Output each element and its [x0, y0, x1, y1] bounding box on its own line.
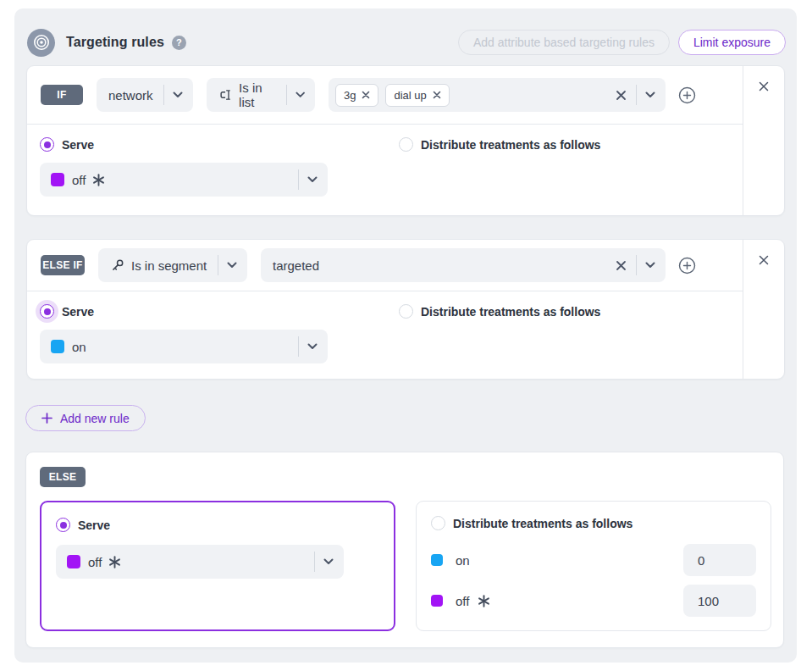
segment-key-icon: [110, 258, 125, 273]
rule2-condition-row: ELSE IF Is in segment targeted: [27, 240, 743, 291]
clear-segment-icon[interactable]: [616, 260, 627, 271]
rule-card-else-if: ELSE IF Is in segment targeted: [26, 239, 785, 380]
chevron-down-icon: [227, 262, 237, 269]
targeting-rules-page: Targeting rules ? Add attribute based ta…: [0, 0, 812, 671]
distribute-label: Distribute treatments as follows: [421, 138, 600, 152]
matcher-select-value: Is in segment: [131, 258, 207, 273]
divider: [298, 336, 299, 357]
add-attribute-rules-button[interactable]: Add attribute based targeting rules: [458, 30, 670, 55]
divider: [298, 169, 299, 190]
rule1-main: IF network Is in list: [27, 66, 743, 215]
delete-rule-icon[interactable]: [755, 252, 772, 269]
divider: [218, 255, 218, 275]
list-values-input[interactable]: 3g dial up: [329, 78, 666, 112]
chevron-down-icon: [307, 176, 318, 183]
string-type-icon: [218, 87, 233, 103]
treatment-name: off: [72, 173, 86, 187]
matcher-select[interactable]: Is in segment: [98, 248, 247, 282]
distribute-radio[interactable]: [399, 137, 413, 152]
rule1-condition-row: IF network Is in list: [27, 66, 743, 125]
distribute-radio[interactable]: [431, 516, 445, 530]
rule1-aside: [743, 66, 784, 215]
else-serve-panel[interactable]: Serve off: [40, 501, 395, 631]
chevron-down-icon: [645, 262, 655, 269]
serve-label: Serve: [78, 518, 110, 532]
treatment-name: on: [456, 553, 470, 568]
chip-label: 3g: [344, 89, 356, 102]
rule-card-if: IF network Is in list: [26, 65, 785, 216]
treatment-select[interactable]: on: [40, 330, 328, 363]
distribution-row: on 0: [431, 544, 756, 576]
distribute-option[interactable]: Distribute treatments as follows: [399, 304, 600, 319]
clear-values-icon[interactable]: [616, 90, 627, 101]
plus-icon: [41, 413, 52, 424]
chevron-down-icon: [307, 343, 318, 350]
rule2-aside: [743, 240, 784, 379]
divider: [163, 85, 164, 105]
value-chip: 3g: [335, 84, 378, 107]
else-card: ELSE Serve off: [25, 452, 784, 648]
default-treatment-icon: [478, 595, 490, 607]
treatment-name: on: [72, 340, 86, 354]
distribute-option[interactable]: Distribute treatments as follows: [399, 137, 600, 152]
serve-option[interactable]: Serve: [56, 518, 379, 532]
treatment-select[interactable]: off: [56, 545, 344, 579]
treatment-color-swatch: [67, 555, 80, 568]
else-distribute-panel[interactable]: Distribute treatments as follows on 0 of…: [416, 501, 771, 631]
rule2-serve-options: Serve Distribute treatments as follows: [40, 304, 730, 319]
serve-radio[interactable]: [40, 137, 54, 152]
treatment-color-swatch: [51, 173, 64, 186]
distribute-label: Distribute treatments as follows: [421, 305, 600, 319]
serve-radio[interactable]: [40, 304, 54, 319]
limit-exposure-button[interactable]: Limit exposure: [678, 30, 786, 55]
serve-radio[interactable]: [56, 518, 70, 532]
distribution-row: off 100: [431, 585, 756, 617]
divider: [314, 552, 315, 572]
divider: [286, 85, 287, 105]
distribute-label: Distribute treatments as follows: [453, 517, 632, 530]
attribute-select-value: network: [108, 88, 153, 103]
treatment-color-swatch: [431, 595, 443, 607]
rule2-main: ELSE IF Is in segment targeted: [27, 240, 743, 379]
serve-option[interactable]: Serve: [40, 304, 399, 319]
else-badge: ELSE: [40, 467, 86, 487]
help-icon[interactable]: ?: [172, 36, 186, 50]
rule1-serve-options: Serve Distribute treatments as follows: [40, 137, 730, 152]
targeting-rules-icon: [27, 29, 55, 57]
distribute-option[interactable]: Distribute treatments as follows: [431, 516, 756, 530]
chevron-down-icon: [323, 558, 334, 565]
value-chip: dial up: [385, 84, 449, 107]
header: Targeting rules ? Add attribute based ta…: [27, 23, 786, 62]
chevron-down-icon: [296, 92, 305, 98]
segment-select[interactable]: targeted: [261, 248, 666, 282]
serve-option[interactable]: Serve: [40, 137, 399, 152]
targeting-rules-panel: Targeting rules ? Add attribute based ta…: [14, 8, 797, 663]
chevron-down-icon: [173, 92, 183, 98]
divider: [636, 85, 637, 105]
treatment-color-swatch: [51, 340, 64, 353]
add-condition-icon[interactable]: [678, 86, 696, 104]
distribute-radio[interactable]: [399, 304, 413, 319]
else-if-badge: ELSE IF: [41, 255, 85, 275]
attribute-select[interactable]: network: [97, 78, 193, 112]
add-condition-icon[interactable]: [678, 257, 696, 274]
segment-select-value: targeted: [273, 258, 319, 273]
matcher-select[interactable]: Is in list: [207, 78, 315, 112]
serve-label: Serve: [62, 305, 94, 319]
rule2-serve-section: Serve Distribute treatments as follows o…: [27, 291, 743, 363]
divider: [636, 255, 637, 275]
treatment-color-swatch: [431, 554, 443, 566]
serve-label: Serve: [62, 138, 94, 152]
delete-rule-icon[interactable]: [755, 78, 772, 95]
rule1-serve-section: Serve Distribute treatments as follows o…: [27, 125, 743, 197]
matcher-select-value: Is in list: [239, 80, 279, 109]
percentage-input[interactable]: 100: [683, 585, 756, 617]
default-treatment-icon: [108, 556, 121, 568]
treatment-select[interactable]: off: [40, 163, 328, 197]
percentage-input[interactable]: 0: [683, 544, 756, 576]
chevron-down-icon[interactable]: [645, 92, 655, 98]
remove-chip-icon[interactable]: [433, 91, 441, 99]
remove-chip-icon[interactable]: [362, 91, 370, 99]
if-badge: IF: [41, 85, 83, 105]
add-new-rule-button[interactable]: Add new rule: [25, 405, 146, 431]
